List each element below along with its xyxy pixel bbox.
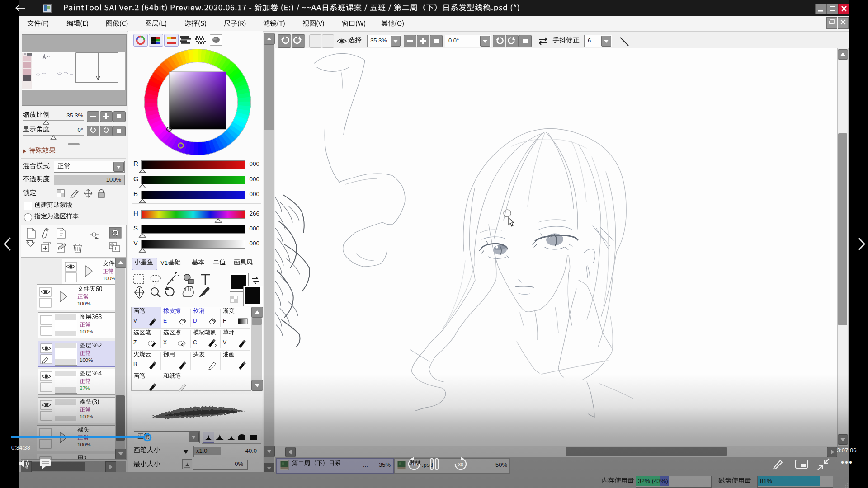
svg-text:10: 10 [411,462,417,467]
svg-text:30: 30 [458,462,463,467]
